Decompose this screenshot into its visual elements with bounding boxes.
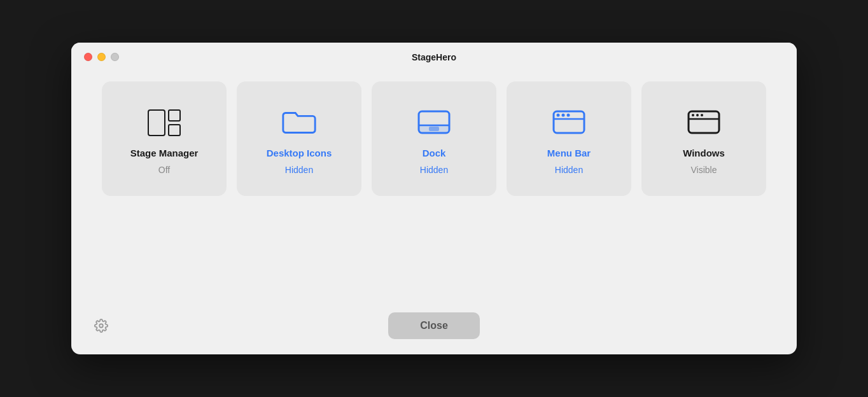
dock-card[interactable]: Dock Hidden bbox=[372, 81, 496, 196]
close-traffic-light[interactable] bbox=[84, 53, 92, 61]
svg-point-7 bbox=[557, 113, 560, 116]
traffic-lights bbox=[84, 53, 119, 61]
stage-manager-label: Stage Manager bbox=[130, 148, 199, 158]
windows-icon bbox=[685, 103, 723, 141]
svg-rect-4 bbox=[429, 127, 439, 131]
close-button[interactable]: Close bbox=[388, 312, 480, 339]
svg-point-8 bbox=[562, 113, 565, 116]
menu-bar-card[interactable]: Menu Bar Hidden bbox=[507, 81, 631, 196]
bottom-bar: Close bbox=[71, 312, 797, 354]
window-title: StageHero bbox=[412, 52, 456, 62]
stage-manager-icon bbox=[148, 103, 181, 141]
windows-card[interactable]: Windows Visible bbox=[641, 81, 766, 196]
desktop-icons-icon bbox=[281, 103, 318, 141]
svg-point-13 bbox=[696, 114, 699, 116]
dock-label: Dock bbox=[423, 148, 446, 158]
svg-point-9 bbox=[567, 113, 570, 116]
main-content: Stage Manager Off Desktop Icons Hidden bbox=[71, 69, 797, 312]
cards-row: Stage Manager Off Desktop Icons Hidden bbox=[90, 81, 778, 196]
stage-manager-status: Off bbox=[158, 165, 170, 175]
titlebar: StageHero bbox=[71, 43, 797, 69]
svg-point-14 bbox=[701, 114, 703, 116]
gear-icon bbox=[94, 319, 108, 333]
zoom-traffic-light[interactable] bbox=[111, 53, 119, 61]
desktop-icons-label: Desktop Icons bbox=[267, 148, 332, 158]
windows-label: Windows bbox=[683, 148, 725, 158]
svg-point-12 bbox=[692, 114, 694, 116]
menu-bar-icon bbox=[550, 103, 588, 141]
stage-manager-card[interactable]: Stage Manager Off bbox=[102, 81, 227, 196]
app-window: StageHero Stage Manager Off bbox=[71, 43, 797, 354]
settings-button[interactable] bbox=[90, 315, 112, 337]
desktop-icons-card[interactable]: Desktop Icons Hidden bbox=[237, 81, 361, 196]
desktop-icons-status: Hidden bbox=[285, 165, 313, 175]
svg-point-15 bbox=[99, 324, 103, 328]
menu-bar-status: Hidden bbox=[555, 165, 583, 175]
minimize-traffic-light[interactable] bbox=[97, 53, 106, 61]
dock-icon bbox=[415, 103, 453, 141]
menu-bar-label: Menu Bar bbox=[547, 148, 591, 158]
dock-status: Hidden bbox=[420, 165, 448, 175]
windows-status: Visible bbox=[691, 165, 717, 175]
